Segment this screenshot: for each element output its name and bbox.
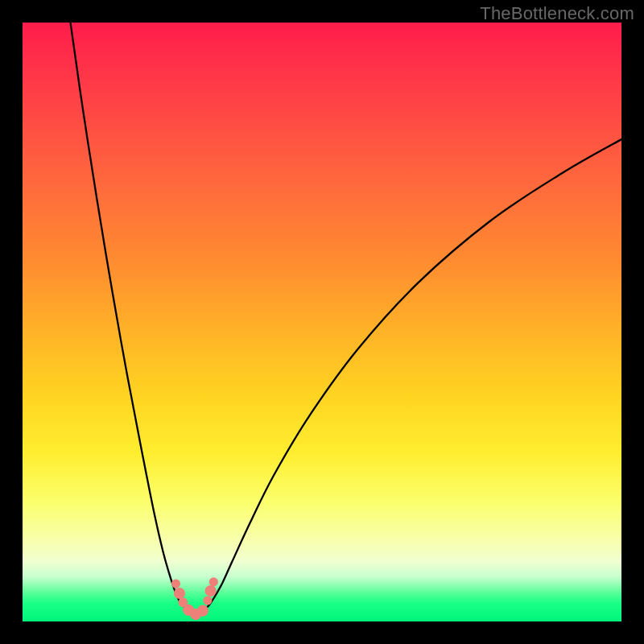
data-marker (171, 580, 180, 588)
curve-left-branch (71, 23, 188, 609)
curve-layer (23, 23, 621, 621)
data-markers (171, 577, 218, 620)
chart-frame: TheBottleneck.com (0, 0, 644, 644)
data-marker (209, 577, 218, 586)
data-marker (174, 588, 185, 599)
data-marker (203, 596, 212, 605)
data-marker (205, 585, 217, 597)
data-marker (197, 605, 208, 617)
watermark-text: TheBottleneck.com (480, 3, 634, 24)
curve-right-branch (204, 139, 621, 609)
plot-area (23, 23, 621, 621)
